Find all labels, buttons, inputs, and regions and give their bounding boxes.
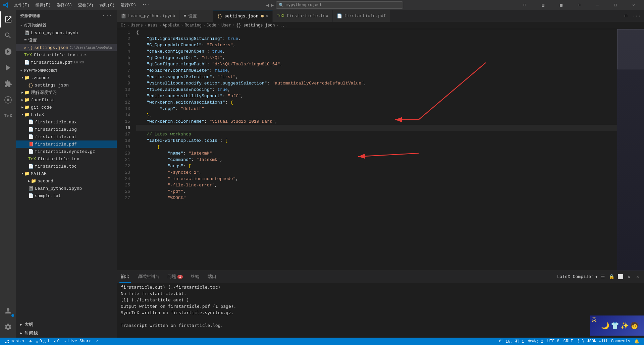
nav-back-icon[interactable]: ◀ [266,2,269,8]
layout-toggle-1[interactable]: ⊟ [517,0,533,10]
tab-firstarticle-tex[interactable]: TeX firstarticle.tex [273,10,333,22]
tree-file-learn-python[interactable]: 📓 Learn_python.ipynb [16,185,117,192]
status-notifications[interactable]: 🔔 [632,338,641,345]
activity-item-explorer[interactable] [0,11,16,27]
tree-file-firstarticle-synctex[interactable]: 📄 firstarticle.synctex.gz [16,148,117,155]
nav-forward-icon[interactable]: ▶ [271,2,274,8]
status-live-share[interactable]: ↔ Live Share [62,338,94,345]
open-editors-section[interactable]: ▾ 打开的编辑器 [16,21,117,29]
panel-tab-output[interactable]: 输出 [119,271,131,283]
language-text: { } JSON with Comments [577,339,630,344]
panel-maximize-button[interactable]: ⬜ [616,273,624,281]
status-checkmark[interactable]: ✓ [94,338,100,345]
split-editor-button[interactable]: ⊟ [621,11,631,21]
menu-file[interactable]: 文件(F) [11,2,32,9]
panel-output-content[interactable]: firstarticle.out) (./firstarticle.toc) N… [117,283,644,338]
outline-section[interactable]: ▶ 大纲 [16,320,117,329]
activity-item-source-control[interactable] [0,44,16,60]
timeline-section[interactable]: ▶ 时间线 [16,329,117,338]
breadcrumb-part[interactable]: ... [280,23,287,28]
tree-folder-deeplearning[interactable]: ▶ 📁 理解深度学习 [16,89,117,96]
menu-goto[interactable]: 转到(G) [97,2,117,9]
status-spaces[interactable]: 空格: 2 [526,338,545,345]
tree-folder-git-code[interactable]: ▶ 📁 git_code [16,104,117,111]
open-editor-learn-python[interactable]: 📓 Learn_python.ipynb [16,29,117,37]
activity-item-extensions[interactable] [0,76,16,92]
sidebar-menu-button[interactable]: ··· [102,13,113,19]
minimap-viewport[interactable] [617,29,644,69]
status-errors[interactable]: ⚠ 0 △ 1 [34,338,51,345]
panel-close-button[interactable]: ✕ [634,273,641,281]
activity-item-accounts[interactable] [0,303,16,319]
tab-learn-python[interactable]: 📓 Learn_python.ipynb [117,10,179,22]
tree-file-sample-txt[interactable]: 📄 sample.txt [16,192,117,199]
menu-view[interactable]: 查看(V) [75,2,96,9]
panel-tab-ports[interactable]: 端口 [206,271,218,283]
status-encoding[interactable]: UTF-8 [545,338,561,345]
panel-tab-debug[interactable]: 调试控制台 [136,271,161,283]
panel-tab-problems[interactable]: 问题 1 [166,271,184,283]
activity-item-latex[interactable]: TeX [0,108,16,124]
breadcrumb-part[interactable]: Users [131,23,143,28]
code-content[interactable]: { "git.ignoreMissingGitWarning": true, "… [133,29,617,271]
open-editor-firstarticle-tex[interactable]: TeX firstarticle.tex LaTeX [16,51,117,59]
tree-file-firstarticle-aux[interactable]: 📄 firstarticle.aux [16,118,117,126]
global-search-bar[interactable]: 🔍 mypythonproject [276,1,403,9]
tree-file-firstarticle-pdf[interactable]: 📕 firstarticle.pdf [16,140,117,148]
open-editor-settings[interactable]: ≡ 设置 [16,37,117,44]
activity-item-run[interactable] [0,60,16,76]
tab-close-button[interactable]: ✕ [266,14,268,19]
activity-item-settings[interactable] [0,319,16,335]
code-editor[interactable]: 1 2 3 4 5 6 7 8 9 10 11 12 13 14 15 16 1 [117,29,644,271]
status-line-col[interactable]: 行 16, 列 1 [497,338,526,345]
breadcrumb-part[interactable]: C: [121,23,125,28]
tree-folder-second[interactable]: ▶ 📁 second [16,177,117,185]
tree-file-firstarticle-out[interactable]: 📄 firstarticle.out [16,133,117,140]
tab-settings[interactable]: ≡ 设置 [179,10,213,22]
tree-folder-facefirst[interactable]: ▶ 📁 facefirst [16,96,117,104]
menu-select[interactable]: 选择(S) [54,2,75,9]
open-editors-label: 打开的编辑器 [24,23,46,28]
more-tabs-button[interactable]: ··· [632,11,641,21]
tree-file-firstarticle-tex[interactable]: TeX firstarticle.tex [16,155,117,163]
layout-toggle-4[interactable]: ⊞ [572,0,587,10]
status-remote[interactable]: ⊙ [27,338,34,345]
panel-lock-button[interactable]: 🔒 [608,273,615,281]
status-language[interactable]: { } JSON with Comments [575,338,632,345]
tab-settings-json[interactable]: {} settings.json ✕ [213,10,272,22]
menu-edit[interactable]: 编辑(E) [33,2,54,9]
menu-more[interactable]: ··· [140,2,152,9]
panel-tab-terminal[interactable]: 终端 [190,271,201,283]
breadcrumb-part[interactable]: asus [148,23,158,28]
layout-toggle-2[interactable]: ▥ [535,0,551,10]
breadcrumb-part[interactable]: User [221,23,231,28]
tree-folder-latex[interactable]: ▾ 📁 LaTeX [16,111,117,118]
activity-item-remote[interactable] [0,92,16,108]
tree-folder-vscode[interactable]: ▾ 📁 .vscode [16,74,117,81]
tab-firstarticle-pdf[interactable]: 📄 firstarticle.pdf [333,10,390,22]
breadcrumb-part[interactable]: {} settings.json [236,23,275,28]
open-editor-firstarticle-pdf[interactable]: 📄 firstarticle.pdf LaTeX [16,59,117,66]
panel-filter-button[interactable]: ☰ [599,273,606,281]
breadcrumb-part[interactable]: Roaming [184,23,201,28]
maximize-button[interactable]: □ [608,0,623,10]
status-git-branch[interactable]: ⎇ master [3,338,27,345]
close-icon[interactable]: ✕ [24,46,26,50]
status-line-ending[interactable]: CRLF [561,338,575,345]
tree-file-firstarticle-toc[interactable]: 📄 firstarticle.toc [16,163,117,170]
menu-run[interactable]: 运行(R) [118,2,139,9]
panel-output-dropdown[interactable]: LaTeX Compiler ▾ [557,274,598,280]
open-editor-settings-json[interactable]: ✕ {} settings.json C:\Users\asus\AppData… [16,44,117,51]
tree-folder-matlab[interactable]: ▾ 📁 MATLAB [16,170,117,177]
panel-chevron-up-button[interactable]: ∧ [625,273,633,281]
breadcrumb-part[interactable]: Code [207,23,216,28]
status-sync[interactable]: ✕ 0 [51,338,61,345]
breadcrumb-part[interactable]: AppData [163,23,179,28]
minimize-button[interactable]: ─ [590,0,605,10]
project-section[interactable]: ▾ MYPYTHONPROJECT [16,67,117,74]
tree-file-firstarticle-log[interactable]: 📄 firstarticle.log [16,126,117,133]
tree-file-settings-json[interactable]: {} settings.json [16,81,117,89]
close-button[interactable]: ✕ [626,0,641,10]
activity-item-search[interactable] [0,27,16,44]
layout-toggle-3[interactable]: ▤ [553,0,569,10]
